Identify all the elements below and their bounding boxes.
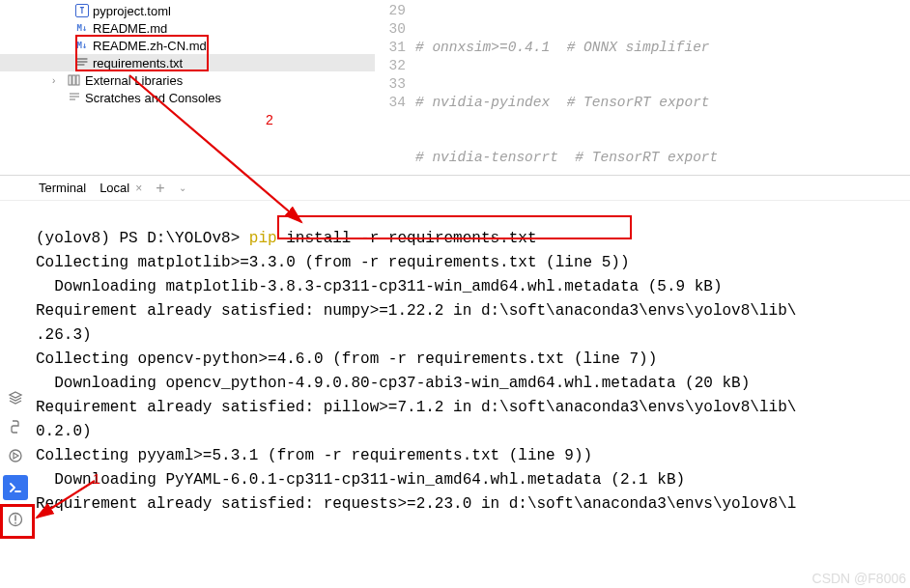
svg-point-3 — [10, 450, 21, 462]
code-editor[interactable]: 29 30 31 32 33 34 # onnxsim>=0.4.1 # ONN… — [375, 0, 910, 175]
editor-gutter: 29 30 31 32 33 34 — [375, 2, 415, 175]
library-icon — [68, 73, 81, 87]
markdown-icon: M↓ — [75, 39, 89, 52]
markdown-icon: M↓ — [75, 21, 89, 35]
file-readme-cn[interactable]: M↓ README.zh-CN.md — [0, 37, 375, 54]
file-readme[interactable]: M↓ README.md — [0, 19, 375, 37]
text-file-icon — [75, 56, 89, 70]
file-label: pyproject.toml — [93, 4, 171, 18]
item-label: External Libraries — [85, 73, 183, 88]
terminal-tab-local[interactable]: Local × — [100, 181, 142, 195]
terminal-tool-button[interactable] — [3, 475, 28, 500]
external-libraries[interactable]: › External Libraries — [0, 71, 375, 89]
file-label: requirements.txt — [93, 56, 183, 70]
editor-content[interactable]: # onnxsim>=0.4.1 # ONNX simplifier # nvi… — [415, 2, 910, 175]
project-tree[interactable]: T pyproject.toml M↓ README.md M↓ README.… — [0, 0, 375, 175]
watermark: CSDN @F8006 — [812, 571, 906, 586]
toml-icon: T — [75, 4, 89, 17]
terminal-tabbar: Terminal Local × + ⌄ — [0, 176, 910, 201]
svg-rect-2 — [76, 75, 79, 85]
file-label: README.zh-CN.md — [93, 39, 207, 53]
scratches-consoles[interactable]: Scratches and Consoles — [0, 89, 375, 106]
chevron-down-icon[interactable]: ⌄ — [179, 182, 186, 193]
layers-icon[interactable] — [6, 388, 25, 407]
file-label: README.md — [93, 21, 167, 36]
file-requirements[interactable]: requirements.txt — [0, 54, 375, 71]
new-terminal-button[interactable]: + — [156, 180, 164, 197]
file-pyproject[interactable]: T pyproject.toml — [0, 2, 375, 19]
terminal-prompt: (yolov8) PS D:\YOLOv8> — [36, 230, 249, 247]
problems-icon[interactable] — [6, 510, 25, 529]
python-console-icon[interactable] — [6, 417, 25, 436]
chevron-right-icon: › — [52, 75, 62, 86]
svg-rect-0 — [69, 75, 71, 85]
scratch-icon — [68, 91, 81, 104]
services-icon[interactable] — [6, 446, 25, 465]
item-label: Scratches and Consoles — [85, 91, 221, 105]
svg-rect-1 — [72, 75, 75, 85]
close-icon[interactable]: × — [135, 182, 142, 195]
terminal-panel-title[interactable]: Terminal — [39, 181, 86, 195]
terminal-output[interactable]: (yolov8) PS D:\YOLOv8> pip install -r re… — [0, 201, 910, 517]
tool-window-bar — [0, 388, 31, 529]
